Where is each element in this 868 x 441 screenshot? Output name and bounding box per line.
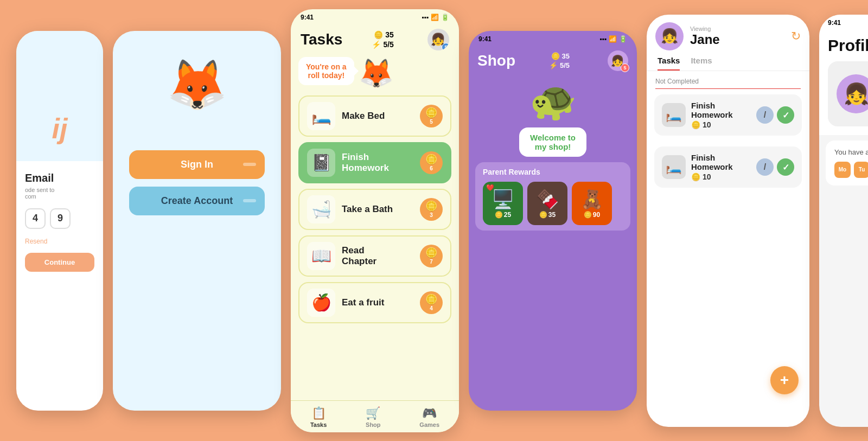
shop-avatar[interactable]: 👧 5	[608, 50, 628, 71]
task-icon-bed: 🛏️	[307, 102, 335, 130]
login-screen: ij Email ode sent tocom 4 9 Resend Conti…	[16, 31, 103, 411]
email-label: Email	[25, 172, 94, 184]
task-icon-homework: 📓	[307, 149, 335, 177]
ptask-coin-icon-2: 🪙	[691, 172, 700, 181]
chocolate-price: 🪙 35	[539, 211, 556, 219]
login-top: ij	[16, 31, 103, 161]
shop-nav-icon: 🛒	[366, 406, 380, 420]
status-icons-tasks: ▪▪▪ 📶 🔋	[422, 14, 449, 21]
coin-val-homework: 6	[430, 165, 433, 171]
time-tasks: 9:41	[301, 14, 314, 21]
shop-energy-amount: 5/5	[560, 61, 570, 69]
price-val-bear: 90	[593, 211, 600, 219]
time-shop: 9:41	[478, 35, 492, 43]
heart-icon: ❤️	[486, 184, 494, 191]
nav-tasks-label: Tasks	[310, 421, 327, 428]
edit-button-2[interactable]: /	[756, 158, 774, 176]
turtle-emoji: 🐢	[529, 79, 577, 123]
shop-turtle: 🐢	[469, 74, 637, 127]
fox-emoji: 🦊	[359, 57, 394, 90]
status-bar-profile: 9:41 ▪▪▪ 📶 🔋	[819, 15, 868, 29]
task-item-homework[interactable]: 📓 FinishHomework 🪙 6	[298, 142, 451, 183]
task-item-fruit[interactable]: 🍎 Eat a fruit 🪙 4	[298, 282, 451, 323]
shop-screen: 9:41 ▪▪▪ 📶 🔋 Shop 🪙 35 ⚡ 5/5 👧	[469, 31, 637, 411]
profile-title: Profile	[828, 36, 868, 55]
code-box-2[interactable]: 9	[50, 208, 71, 229]
signal-icon: ▪▪▪	[422, 14, 429, 21]
shop-title: Shop	[477, 52, 515, 69]
task-item-read[interactable]: 📖 ReadChapter 🪙 7	[298, 235, 451, 277]
ptask-info-1: Finish Homework 🪙 10	[691, 101, 751, 129]
profile-card: 👧 Jane Level 5 XP: 15/20 🪙 35	[828, 61, 868, 126]
resend-link[interactable]: Resend	[25, 238, 94, 245]
section-line	[655, 88, 801, 90]
tasks-header: Tasks 🪙 35 ⚡ 5/5 👧 5	[291, 23, 459, 55]
status-bar-tasks: 9:41 ▪▪▪ 📶 🔋	[291, 9, 459, 23]
nav-shop[interactable]: 🛒 Shop	[366, 406, 381, 428]
shop-speech-bubble: Welcome tomy shop!	[519, 127, 586, 157]
coin-val-bath: 3	[430, 212, 433, 218]
parent-task-card-1: 🛏️ Finish Homework 🪙 10 / ✓	[654, 94, 802, 136]
coin-icon-choc: 🪙	[539, 211, 547, 219]
monitor-price: 🪙 25	[495, 211, 511, 219]
tasks-avatar[interactable]: 👧 5	[427, 29, 449, 50]
edit-button-1[interactable]: /	[756, 106, 774, 124]
parent-avatar: 👧	[655, 22, 684, 50]
code-boxes: 4 9	[25, 208, 94, 229]
parent-section-label: Not Completed	[647, 71, 809, 88]
check-button-1[interactable]: ✓	[777, 106, 794, 124]
task-icon-read: 📖	[307, 242, 335, 270]
battery-icon-shop: 🔋	[619, 35, 627, 43]
create-account-button[interactable]: Create Account	[129, 187, 265, 215]
nav-tasks[interactable]: 📋 Tasks	[310, 406, 327, 428]
continue-button[interactable]: Continue	[25, 253, 94, 272]
parent-name: Jane	[690, 32, 784, 47]
coin-amount: 35	[385, 30, 394, 39]
shop-item-bear[interactable]: 🧸 🪙 90	[572, 182, 612, 225]
streak-text: You have a 12 day streak! Keep it up!	[834, 148, 868, 156]
app-logo: ij	[52, 112, 68, 145]
parent-header: 👧 Viewing Jane ↻	[647, 15, 809, 50]
shop-coin-amount: 35	[562, 52, 570, 60]
wifi-icon-shop: 📶	[609, 35, 617, 43]
ptask-info-2: Finish Homework 🪙 10	[691, 153, 751, 181]
price-val-choc: 35	[548, 211, 556, 219]
coin-emoji: 🪙	[425, 107, 437, 119]
shop-item-chocolate[interactable]: 🍫 🪙 35	[527, 182, 567, 225]
ptask-name-1: Finish Homework	[691, 101, 751, 119]
shop-item-monitor[interactable]: ❤️ 🖥️ 🪙 25	[483, 182, 523, 225]
shop-energy-count: ⚡ 5/5	[549, 61, 570, 69]
task-icon-bath: 🛁	[307, 195, 335, 223]
tasks-bottom-nav: 📋 Tasks 🛒 Shop 🎮 Games	[291, 400, 459, 432]
code-box-1[interactable]: 4	[25, 208, 46, 229]
check-button-2[interactable]: ✓	[777, 158, 794, 176]
battery-icon: 🔋	[441, 14, 449, 21]
monitor-icon: 🖥️	[492, 188, 514, 210]
refresh-icon[interactable]: ↻	[791, 29, 801, 43]
parent-tab-tasks[interactable]: Tasks	[658, 56, 680, 71]
parent-tasks-screen: 👧 Viewing Jane ↻ Tasks Items Not Complet…	[647, 15, 809, 427]
signin-button[interactable]: Sign In	[129, 150, 265, 179]
coin-val-fruit: 4	[430, 305, 433, 311]
energy-amount: 5/5	[383, 40, 393, 49]
nav-games[interactable]: 🎮 Games	[419, 406, 439, 428]
signal-icon-shop: ▪▪▪	[599, 35, 607, 43]
shop-speech-wrap: Welcome tomy shop!	[469, 127, 637, 157]
task-item-bath[interactable]: 🛁 Take a Bath 🪙 3	[298, 189, 451, 230]
add-task-fab[interactable]: +	[770, 366, 799, 394]
task-item-make-bed[interactable]: 🛏️ Make Bed 🪙 5	[298, 95, 451, 137]
task-name-bath: Take a Bath	[342, 204, 413, 215]
parent-tabs: Tasks Items	[647, 50, 809, 71]
screens-container: ij Email ode sent tocom 4 9 Resend Conti…	[0, 0, 868, 441]
ptask-actions-1: / ✓	[756, 106, 794, 124]
parent-task-card-2: 🛏️ Finish Homework 🪙 10 / ✓	[654, 146, 802, 188]
tasks-screen: 9:41 ▪▪▪ 📶 🔋 Tasks 🪙 35 ⚡ 5/5 👧	[291, 9, 459, 432]
parent-tab-items[interactable]: Items	[691, 56, 712, 71]
ptask-actions-2: / ✓	[756, 158, 794, 176]
task-icon-fruit: 🍎	[307, 289, 335, 317]
signin-buttons: Sign In Create Account	[113, 139, 281, 226]
coin-icon-monitor: 🪙	[495, 211, 503, 219]
shop-section-title: Parent Rewards	[483, 168, 623, 176]
shop-coin-icon: 🪙	[551, 52, 560, 60]
fox-illustration: 🦊	[113, 31, 281, 139]
